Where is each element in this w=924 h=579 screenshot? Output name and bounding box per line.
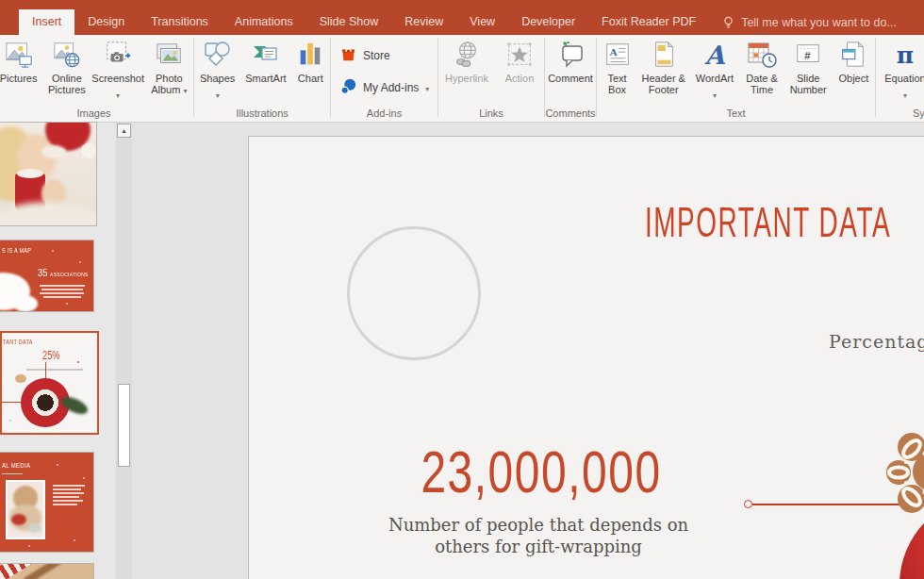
slide-thumbnail-1[interactable] xyxy=(0,122,97,226)
online-pictures-button[interactable]: Online Pictures xyxy=(42,39,91,95)
photo-album-icon xyxy=(153,39,185,71)
ribbon-tab-bar: Insert Design Transitions Animations Sli… xyxy=(0,9,924,35)
comment-icon xyxy=(554,39,586,71)
dropdown-caret-icon xyxy=(216,85,220,102)
ribbon-button-label: My Add-ins xyxy=(363,81,419,94)
group-label-symbols: Symbols xyxy=(876,108,924,119)
thumbnail-photo-frame xyxy=(6,480,45,539)
ribbon-button-label: Pictures xyxy=(0,73,38,84)
ribbon-group-comments: Comment Comments xyxy=(545,35,596,122)
dropdown-caret-icon xyxy=(116,85,120,102)
slide-thumbnail-panel: S IS A MAP 35 ASSOCIATIONS TANT DATA 25% xyxy=(0,123,115,579)
object-button[interactable]: Object xyxy=(833,39,873,84)
powerpoint-window: Insert Design Transitions Animations Sli… xyxy=(0,0,924,579)
hyperlink-icon xyxy=(451,39,483,71)
tab-slide-show[interactable]: Slide Show xyxy=(306,9,392,35)
ribbon: Pictures Online Pictures Screenshot xyxy=(0,35,924,123)
tab-transitions[interactable]: Transitions xyxy=(138,9,222,35)
caption-text[interactable]: Number of people that depends on others … xyxy=(369,514,708,557)
thumbnail-title-fragment: AL MEDIA xyxy=(2,461,30,469)
smartart-button[interactable]: SmartArt xyxy=(241,39,290,84)
smartart-icon xyxy=(250,39,282,71)
my-addins-icon xyxy=(340,78,356,97)
slide-thumbnail-3-selected[interactable]: TANT DATA 25% xyxy=(0,331,99,435)
ribbon-button-label: Equation xyxy=(884,73,924,84)
group-label-text: Text xyxy=(597,108,875,119)
big-number-text[interactable]: 23,000,000 xyxy=(400,438,683,506)
header-footer-button[interactable]: Header & Footer xyxy=(639,39,688,95)
store-button[interactable]: Store xyxy=(340,46,437,65)
thumbnail-stat: 25% xyxy=(42,349,60,362)
tab-review[interactable]: Review xyxy=(391,9,456,35)
gingerbread-cookie-photo xyxy=(874,422,924,526)
tab-view[interactable]: View xyxy=(456,9,508,35)
wordart-button[interactable]: A WordArt xyxy=(691,39,738,102)
slide-title[interactable]: IMPORTANT DATA xyxy=(645,199,891,247)
store-icon xyxy=(340,46,356,65)
scroll-up-button[interactable]: ▲ xyxy=(117,124,131,138)
ribbon-button-label: Chart xyxy=(298,73,323,84)
shapes-button[interactable]: Shapes xyxy=(195,39,240,102)
object-icon xyxy=(837,39,869,71)
thumbnail-scrollbar[interactable]: ▲ xyxy=(116,123,132,579)
photo-album-button[interactable]: Photo Album xyxy=(145,39,193,95)
ribbon-button-label: Screenshot xyxy=(91,73,144,84)
tab-developer[interactable]: Developer xyxy=(508,9,588,35)
group-label-addins: Add-ins xyxy=(331,108,437,119)
slide-number-button[interactable]: # Slide Number xyxy=(785,39,831,95)
ribbon-group-text: A Text Box Header & Footer A WordArt xyxy=(597,35,875,122)
dropdown-caret-icon xyxy=(183,84,187,95)
ribbon-button-label: Store xyxy=(363,49,390,62)
ribbon-button-label: Text Box xyxy=(599,73,636,95)
screenshot-button[interactable]: Screenshot xyxy=(91,39,145,102)
thumbnail-stat: 35 ASSOCIATIONS xyxy=(38,267,89,279)
my-addins-button[interactable]: My Add-ins xyxy=(340,78,437,97)
ribbon-button-label: Object xyxy=(838,73,868,84)
ribbon-button-label: Action xyxy=(505,73,535,84)
svg-text:#: # xyxy=(804,50,811,61)
date-time-button[interactable]: Date & Time xyxy=(741,39,783,95)
wordart-icon: A xyxy=(699,39,731,71)
lightbulb-icon xyxy=(722,16,734,29)
ribbon-button-label: Online Pictures xyxy=(42,73,91,95)
slide-canvas[interactable]: IMPORTANT DATA Percentage 23,000,000 Num… xyxy=(248,136,924,579)
action-button[interactable]: Action xyxy=(499,39,540,84)
ribbon-group-links: Hyperlink Action Links xyxy=(438,35,544,122)
tell-me-box[interactable]: Tell me what you want to do... xyxy=(722,9,897,35)
date-time-icon xyxy=(746,39,778,71)
tab-insert[interactable]: Insert xyxy=(19,9,74,35)
hyperlink-button[interactable]: Hyperlink xyxy=(442,39,491,84)
action-icon xyxy=(503,39,536,71)
text-box-button[interactable]: A Text Box xyxy=(599,39,636,95)
svg-text:A: A xyxy=(609,46,618,58)
chart-icon xyxy=(294,39,326,71)
ribbon-button-label: Date & Time xyxy=(741,73,783,95)
pictures-button[interactable]: Pictures xyxy=(0,39,42,84)
ribbon-button-label: SmartArt xyxy=(245,73,286,84)
ribbon-button-label: Slide Number xyxy=(785,73,831,95)
connector-line-endpoint xyxy=(744,500,752,508)
circle-shape-placeholder[interactable] xyxy=(347,226,481,360)
pictures-icon xyxy=(3,39,35,71)
ribbon-group-symbols: π Equation Symbols xyxy=(876,35,924,122)
equation-button[interactable]: π Equation xyxy=(882,39,924,102)
group-label-illustrations: Illustrations xyxy=(194,108,330,119)
slide-thumbnail-2[interactable]: S IS A MAP 35 ASSOCIATIONS xyxy=(0,240,94,312)
chart-button[interactable]: Chart xyxy=(291,39,329,84)
tab-design[interactable]: Design xyxy=(74,9,138,35)
percentage-label[interactable]: Percentage xyxy=(829,331,924,352)
thumbnail-photo xyxy=(0,123,96,225)
tell-me-label: Tell me what you want to do... xyxy=(741,16,897,29)
scrollbar-thumb[interactable] xyxy=(118,384,130,467)
screenshot-icon xyxy=(102,39,134,71)
slide-thumbnail-4[interactable]: AL MEDIA xyxy=(0,452,94,553)
comment-button[interactable]: Comment xyxy=(545,39,596,84)
tab-foxit-reader-pdf[interactable]: Foxit Reader PDF xyxy=(588,9,709,35)
slide-thumbnail-5[interactable] xyxy=(0,563,94,579)
tab-animations[interactable]: Animations xyxy=(222,9,306,35)
thumbnail-title-fragment: S IS A MAP xyxy=(2,247,31,255)
dropdown-caret-icon xyxy=(903,85,907,102)
ribbon-button-label: WordArt xyxy=(696,73,734,84)
group-label-links: Links xyxy=(438,108,544,119)
thumbnail-title-fragment: TANT DATA xyxy=(3,339,33,346)
